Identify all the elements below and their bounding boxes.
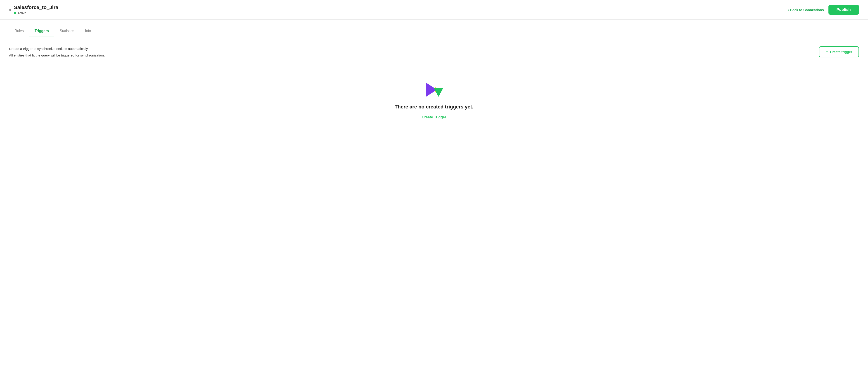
svg-marker-2 xyxy=(434,88,443,97)
header-left: » Salesforce_to_Jira Active xyxy=(9,4,58,15)
page-header: » Salesforce_to_Jira Active ‹ Back to Co… xyxy=(0,0,868,20)
status-dot-icon xyxy=(14,12,16,14)
back-to-connections-link[interactable]: ‹ Back to Connections xyxy=(787,8,824,12)
description-line1: Create a trigger to synchronize entities… xyxy=(9,46,105,52)
back-chevron-icon: ‹ xyxy=(787,8,789,12)
status-label: Active xyxy=(18,11,26,15)
empty-state-create-link[interactable]: Create Trigger xyxy=(422,115,446,119)
content-header: Create a trigger to synchronize entities… xyxy=(9,46,859,58)
connection-title: Salesforce_to_Jira xyxy=(14,4,58,10)
tab-info[interactable]: Info xyxy=(80,27,96,37)
description-line2: All entities that fit the query will be … xyxy=(9,53,105,58)
tab-triggers[interactable]: Triggers xyxy=(29,27,54,37)
sidebar-toggle-icon[interactable]: » xyxy=(9,7,11,12)
header-right: ‹ Back to Connections Publish xyxy=(787,5,859,15)
publish-button[interactable]: Publish xyxy=(829,5,859,15)
empty-state: There are no created triggers yet. Creat… xyxy=(9,71,859,137)
empty-state-title: There are no created triggers yet. xyxy=(395,104,473,110)
create-trigger-button[interactable]: + Create trigger xyxy=(819,46,859,57)
status-badge: Active xyxy=(14,11,58,15)
description-block: Create a trigger to synchronize entities… xyxy=(9,46,105,58)
tabs: Rules Triggers Statistics Info xyxy=(9,26,859,37)
title-block: Salesforce_to_Jira Active xyxy=(14,4,58,15)
empty-state-illustration xyxy=(424,81,444,98)
main-content: Create a trigger to synchronize entities… xyxy=(0,37,868,147)
tabs-container: Rules Triggers Statistics Info xyxy=(0,20,868,37)
plus-icon: + xyxy=(826,50,828,54)
tab-statistics[interactable]: Statistics xyxy=(54,27,80,37)
tab-rules[interactable]: Rules xyxy=(9,27,29,37)
